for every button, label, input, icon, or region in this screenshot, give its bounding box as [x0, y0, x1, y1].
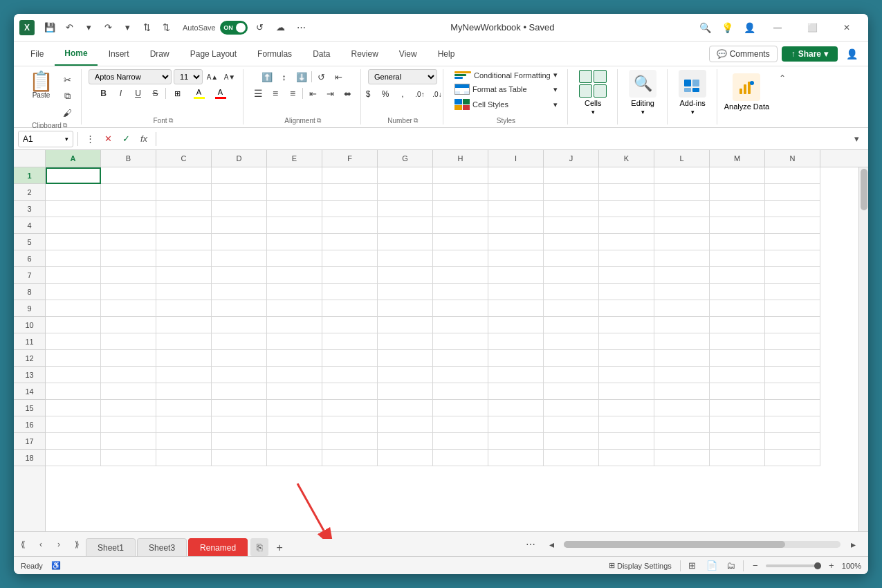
sheet-nav-next-next[interactable]: ⟫: [69, 537, 84, 552]
col-header-L[interactable]: L: [654, 150, 710, 167]
cell-styles-button[interactable]: Cell Styles ▾: [450, 98, 562, 111]
grid-cell[interactable]: [267, 234, 322, 250]
grid-cell[interactable]: [212, 416, 267, 433]
grid-cell[interactable]: [488, 167, 544, 184]
grid-cell[interactable]: [599, 300, 654, 317]
cloud-button[interactable]: ☁: [273, 19, 289, 36]
grid-cell[interactable]: [322, 433, 378, 450]
grid-cell[interactable]: [378, 201, 433, 217]
grid-cell[interactable]: [378, 300, 433, 317]
tab-page-layout[interactable]: Page Layout: [181, 42, 246, 66]
grid-cell[interactable]: [765, 416, 820, 433]
sheet-nav-next[interactable]: ›: [51, 537, 66, 552]
grid-cell[interactable]: [765, 250, 820, 267]
grid-cell[interactable]: [488, 367, 544, 383]
sheet-tab-sheet3[interactable]: Sheet3: [137, 538, 187, 556]
grid-cell[interactable]: [322, 300, 378, 317]
indent-increase-button[interactable]: ⇥: [322, 86, 338, 101]
grid-cell[interactable]: [101, 217, 156, 234]
grid-cell[interactable]: [156, 184, 212, 201]
grid-cell[interactable]: [322, 367, 378, 383]
grid-cell[interactable]: [433, 350, 488, 367]
redo-dropdown[interactable]: ▾: [119, 19, 136, 36]
grid-cell[interactable]: [765, 317, 820, 333]
grid-cell[interactable]: [544, 184, 599, 201]
grid-cell[interactable]: [710, 383, 765, 400]
col-header-N[interactable]: N: [765, 150, 820, 167]
grid-cell[interactable]: [599, 367, 654, 383]
grid-cell[interactable]: [212, 450, 267, 466]
search-button[interactable]: 🔍: [695, 18, 715, 37]
addins-dropdown-icon[interactable]: ▾: [691, 109, 695, 116]
grid-cell[interactable]: [212, 350, 267, 367]
col-header-B[interactable]: B: [101, 150, 156, 167]
grid-cell[interactable]: [101, 167, 156, 184]
save-button[interactable]: 💾: [42, 19, 58, 36]
grid-cell[interactable]: [101, 317, 156, 333]
grid-cell[interactable]: [156, 400, 212, 416]
grid-cell[interactable]: [599, 184, 654, 201]
grid-cell[interactable]: [101, 201, 156, 217]
grid-cell[interactable]: [599, 201, 654, 217]
grid-cell[interactable]: [378, 433, 433, 450]
grid-cell[interactable]: [599, 450, 654, 466]
grid-cell[interactable]: [212, 234, 267, 250]
grid-cell[interactable]: [710, 217, 765, 234]
grid-cell[interactable]: [488, 317, 544, 333]
grid-cell[interactable]: [488, 433, 544, 450]
grid-cell[interactable]: [46, 284, 101, 300]
grid-cell[interactable]: [156, 267, 212, 284]
grid-cell[interactable]: [212, 333, 267, 350]
grid-cell[interactable]: [488, 400, 544, 416]
grid-cell[interactable]: [267, 416, 322, 433]
grid-cell[interactable]: [488, 350, 544, 367]
grid-cell[interactable]: [267, 217, 322, 234]
grid-cell[interactable]: [544, 284, 599, 300]
grid-cell[interactable]: [433, 367, 488, 383]
currency-button[interactable]: $: [360, 86, 376, 102]
format-as-table-button[interactable]: Format as Table ▾: [450, 82, 562, 96]
grid-cell[interactable]: [267, 350, 322, 367]
font-expand-icon[interactable]: ⧉: [169, 117, 173, 125]
grid-cell[interactable]: [101, 234, 156, 250]
maximize-button[interactable]: ⬜: [796, 17, 828, 39]
grid-cell[interactable]: [267, 367, 322, 383]
sheet-tab-renamed[interactable]: Renamed: [188, 538, 248, 556]
sheet-nav-prev[interactable]: ‹: [33, 537, 48, 552]
grid-cell[interactable]: [488, 284, 544, 300]
grid-cell[interactable]: [488, 416, 544, 433]
paste-button[interactable]: 📋 Paste: [24, 69, 59, 102]
horizontal-scrollbar[interactable]: [564, 541, 840, 548]
grid-cell[interactable]: [488, 217, 544, 234]
indent-decrease-button[interactable]: ⇤: [305, 86, 320, 101]
grid-cell[interactable]: [322, 350, 378, 367]
page-layout-view-button[interactable]: 📄: [704, 558, 719, 573]
strikethrough-button[interactable]: S: [148, 86, 163, 101]
grid-cell[interactable]: [378, 250, 433, 267]
grid-cell[interactable]: [156, 234, 212, 250]
grid-cell[interactable]: [599, 284, 654, 300]
grid-cell[interactable]: [544, 383, 599, 400]
grid-cell[interactable]: [46, 317, 101, 333]
col-header-H[interactable]: H: [433, 150, 488, 167]
grid-cell[interactable]: [599, 234, 654, 250]
user-account-button[interactable]: 👤: [739, 18, 759, 37]
grid-cell[interactable]: [101, 333, 156, 350]
grid-cell[interactable]: [46, 250, 101, 267]
sort-asc-button[interactable]: ⇅: [138, 19, 155, 36]
align-right-button[interactable]: ≡: [285, 86, 300, 101]
grid-cell[interactable]: [654, 416, 710, 433]
grid-cell[interactable]: [101, 184, 156, 201]
grid-cell[interactable]: [156, 416, 212, 433]
number-expand-icon[interactable]: ⧉: [414, 117, 418, 125]
sheet-nav-prev-prev[interactable]: ⟪: [15, 537, 30, 552]
grid-cell[interactable]: [710, 400, 765, 416]
grid-cell[interactable]: [46, 300, 101, 317]
grid-cell[interactable]: [599, 317, 654, 333]
decrease-decimal-button[interactable]: .0↓: [430, 86, 445, 102]
grid-cell[interactable]: [378, 367, 433, 383]
grid-cell[interactable]: [322, 400, 378, 416]
grid-cell[interactable]: [710, 267, 765, 284]
grid-cell[interactable]: [267, 333, 322, 350]
zoom-in-button[interactable]: +: [824, 558, 839, 573]
